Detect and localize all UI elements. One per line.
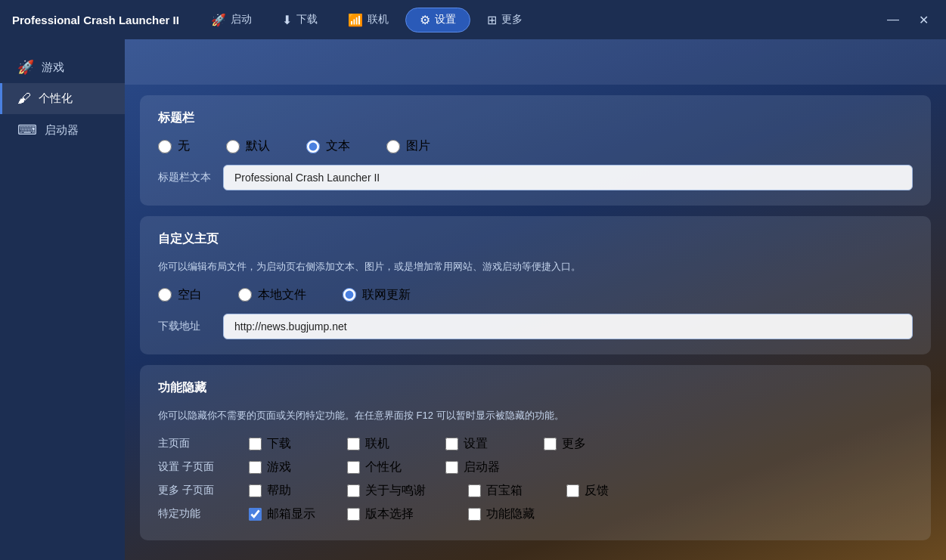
launcher-icon: ⌨ [17, 122, 37, 138]
cb-more-label: 更多 [562, 436, 586, 452]
radio-text-label: 文本 [326, 138, 350, 154]
cb-feedback-label: 反馈 [585, 483, 609, 499]
homepage-section-title: 自定义主页 [158, 231, 913, 247]
tab-launch[interactable]: 🚀 启动 [197, 8, 265, 32]
cb-games[interactable]: 游戏 [249, 459, 347, 475]
radio-none[interactable]: 无 [158, 138, 190, 154]
cb-personalize[interactable]: 个性化 [347, 459, 445, 475]
cb-version-select-label: 版本选择 [365, 506, 414, 522]
tab-download[interactable]: ⬇ 下载 [268, 8, 331, 32]
cb-settings[interactable]: 设置 [445, 436, 544, 452]
cb-feedback-input[interactable] [566, 484, 579, 497]
cb-launcher-menu[interactable]: 启动器 [445, 459, 544, 475]
connect-icon: 📶 [348, 13, 363, 27]
homepage-section-card: 自定义主页 你可以编辑布局文件，为启动页右侧添加文本、图片，或是增加常用网站、游… [140, 216, 931, 354]
cb-connect-label: 联机 [365, 436, 389, 452]
content-area: 标题栏 无 默认 文本 图片 [125, 39, 946, 560]
cb-help-input[interactable] [249, 484, 262, 497]
personalize-icon: 🖌 [17, 91, 31, 107]
homepage-radio-group: 空白 本地文件 联网更新 [158, 287, 913, 303]
radio-image-input[interactable] [386, 140, 400, 153]
sidebar-item-launcher[interactable]: ⌨ 启动器 [0, 114, 125, 146]
cb-func-hide[interactable]: 功能隐藏 [468, 506, 566, 522]
cb-treasure[interactable]: 百宝箱 [468, 483, 566, 499]
hide-more-sub-label: 更多 子页面 [158, 484, 249, 497]
sidebar-item-label-games: 游戏 [42, 60, 64, 75]
tab-more[interactable]: ⊞ 更多 [473, 8, 536, 32]
radio-default-label: 默认 [246, 138, 270, 154]
cb-about-label: 关于与鸣谢 [365, 483, 426, 499]
titlebar-radio-group: 无 默认 文本 图片 [158, 138, 913, 154]
radio-local-label: 本地文件 [258, 287, 306, 303]
radio-local-input[interactable] [238, 288, 252, 302]
cb-feedback[interactable]: 反馈 [566, 483, 665, 499]
cb-mailbox-label: 邮箱显示 [267, 506, 315, 522]
cb-treasure-input[interactable] [468, 484, 481, 497]
cb-func-hide-label: 功能隐藏 [486, 506, 535, 522]
sidebar-item-personalize[interactable]: 🖌 个性化 [0, 83, 125, 114]
titlebar-text-label: 标题栏文本 [158, 171, 211, 184]
sidebar-item-games[interactable]: 🚀 游戏 [0, 51, 125, 83]
cb-launcher-menu-input[interactable] [445, 461, 458, 474]
settings-icon: ⚙ [420, 13, 430, 27]
radio-online[interactable]: 联网更新 [343, 287, 411, 303]
cb-download-label: 下载 [267, 436, 291, 452]
window-controls: — ✕ [882, 9, 934, 30]
titlebar-section-title: 标题栏 [158, 110, 913, 126]
cb-more-input[interactable] [544, 438, 557, 450]
cb-personalize-input[interactable] [347, 461, 360, 474]
cb-more[interactable]: 更多 [544, 436, 642, 452]
radio-local[interactable]: 本地文件 [238, 287, 306, 303]
sidebar-item-label-personalize: 个性化 [39, 91, 73, 106]
cb-version-select-input[interactable] [347, 508, 360, 521]
cb-games-input[interactable] [249, 461, 262, 474]
cb-download-input[interactable] [249, 438, 262, 450]
hide-section-card: 功能隐藏 你可以隐藏你不需要的页面或关闭特定功能。在任意界面按 F12 可以暂时… [140, 365, 931, 540]
radio-blank[interactable]: 空白 [158, 287, 202, 303]
titlebar-text-input[interactable] [223, 165, 913, 190]
hide-section-title: 功能隐藏 [158, 380, 913, 396]
cb-about-input[interactable] [347, 484, 360, 497]
top-band [125, 39, 946, 85]
sidebar: 🚀 游戏 🖌 个性化 ⌨ 启动器 [0, 39, 125, 560]
radio-none-input[interactable] [158, 140, 172, 153]
radio-online-input[interactable] [343, 288, 356, 302]
radio-online-label: 联网更新 [362, 287, 411, 303]
cb-help[interactable]: 帮助 [249, 483, 347, 499]
launch-icon: 🚀 [211, 13, 226, 27]
tab-settings[interactable]: ⚙ 设置 [405, 8, 470, 32]
cb-help-label: 帮助 [267, 483, 291, 499]
cb-func-hide-input[interactable] [468, 508, 481, 521]
cb-version-select[interactable]: 版本选择 [347, 506, 468, 522]
app-title: Professional Crash Launcher II [12, 14, 179, 26]
titlebar-text-row: 标题栏文本 [158, 165, 913, 190]
titlebar: Professional Crash Launcher II 🚀 启动 ⬇ 下载… [0, 0, 946, 39]
homepage-url-input[interactable] [223, 314, 913, 339]
homepage-url-row: 下载地址 [158, 314, 913, 339]
hide-main-label: 主页面 [158, 437, 249, 450]
radio-blank-input[interactable] [158, 288, 172, 302]
download-icon: ⬇ [282, 13, 292, 27]
cb-connect[interactable]: 联机 [347, 436, 445, 452]
hide-settings-sub-label: 设置 子页面 [158, 460, 249, 474]
radio-default-input[interactable] [226, 140, 240, 153]
radio-image-label: 图片 [406, 138, 430, 154]
cb-settings-input[interactable] [445, 438, 458, 450]
radio-image[interactable]: 图片 [386, 138, 430, 154]
cb-launcher-menu-label: 启动器 [464, 459, 500, 475]
radio-default[interactable]: 默认 [226, 138, 270, 154]
cb-about[interactable]: 关于与鸣谢 [347, 483, 468, 499]
radio-text[interactable]: 文本 [306, 138, 350, 154]
cb-mailbox[interactable]: 邮箱显示 [249, 506, 347, 522]
radio-text-input[interactable] [306, 140, 320, 153]
cb-download[interactable]: 下载 [249, 436, 347, 452]
close-button[interactable]: ✕ [913, 9, 934, 30]
cb-mailbox-input[interactable] [249, 508, 262, 521]
radio-none-label: 无 [178, 138, 190, 154]
tab-connect[interactable]: 📶 联机 [334, 8, 402, 32]
hide-section-desc: 你可以隐藏你不需要的页面或关闭特定功能。在任意界面按 F12 可以暂时显示被隐藏… [158, 408, 913, 424]
homepage-url-label: 下载地址 [158, 320, 211, 333]
cb-connect-input[interactable] [347, 438, 360, 450]
minimize-button[interactable]: — [882, 9, 904, 30]
cb-games-label: 游戏 [267, 459, 291, 475]
